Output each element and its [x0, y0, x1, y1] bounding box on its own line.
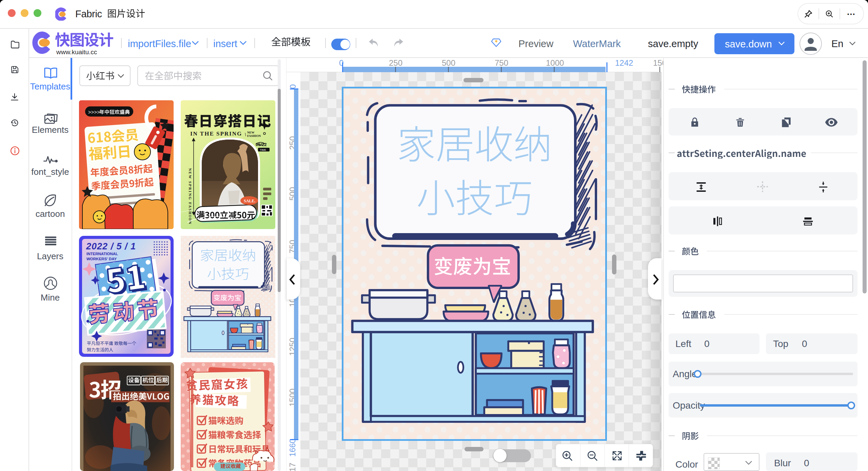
svg-text:NEW: NEW: [247, 131, 255, 134]
svg-text:NEW SPRING FASHION: NEW SPRING FASHION: [188, 168, 192, 225]
svg-text:>>>>: >>>>: [88, 109, 100, 115]
svg-text:2022 / 5 / 1: 2022 / 5 / 1: [86, 241, 136, 251]
svg-text:FASHION: FASHION: [247, 134, 261, 138]
svg-text:INTERNATIONAL: INTERNATIONAL: [86, 252, 118, 256]
svg-text:SALE.: SALE.: [244, 199, 255, 203]
svg-text:TIME: TIME: [260, 148, 266, 151]
svg-text:WORKERS' DAY: WORKERS' DAY: [86, 257, 117, 261]
svg-text:IN THE SPRING: IN THE SPRING: [190, 130, 242, 137]
svg-text:05/22: 05/22: [256, 142, 267, 147]
